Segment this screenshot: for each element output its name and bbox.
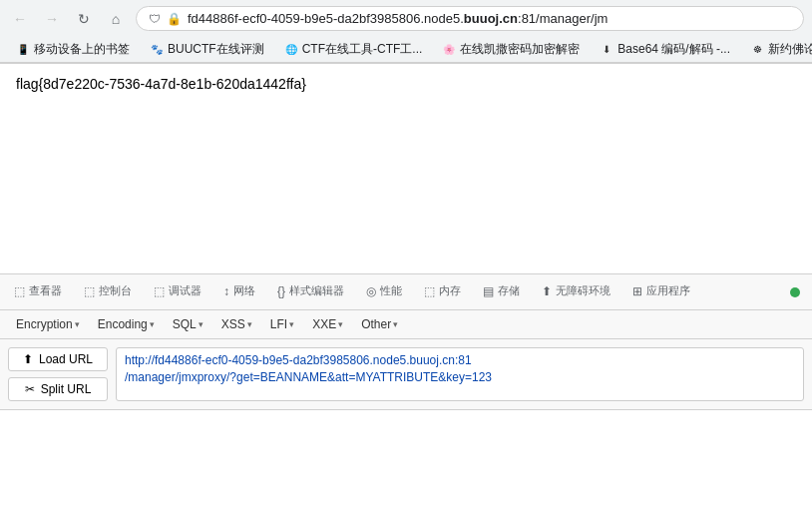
encoding-chevron: ▾ — [150, 319, 155, 329]
tab-storage[interactable]: ▤ 存储 — [473, 277, 530, 306]
style-editor-icon: {} — [277, 284, 285, 298]
bookmark-kaili-label: 在线凯撒密码加密解密 — [460, 41, 580, 58]
forward-button[interactable]: → — [40, 7, 64, 31]
app-icon: ⊞ — [632, 284, 642, 298]
inspector-icon: ⬚ — [14, 284, 25, 298]
accessibility-icon: ⬆ — [542, 284, 552, 298]
tab-style-editor[interactable]: {} 样式编辑器 — [267, 277, 354, 306]
hackbar-menu: Encryption ▾ Encoding ▾ SQL ▾ XSS ▾ LFI … — [0, 310, 812, 339]
devtools-tabs: ⬚ 查看器 ⬚ 控制台 ⬚ 调试器 ↕ 网络 {} 样式编辑器 ◎ 性能 ⬚ 内… — [0, 274, 812, 310]
tab-performance[interactable]: ◎ 性能 — [356, 277, 412, 306]
nav-bar: ← → ↻ ⌂ 🛡 🔒 fd44886f-ecf0-4059-b9e5-da2b… — [0, 0, 812, 37]
bookmarks-bar: 📱 移动设备上的书签 🐾 BUUCTF在线评测 🌐 CTF在线工具-CTF工..… — [0, 37, 812, 63]
devtools-panel: ⬚ 查看器 ⬚ 控制台 ⬚ 调试器 ↕ 网络 {} 样式编辑器 ◎ 性能 ⬚ 内… — [0, 273, 812, 310]
bookmark-buuctf-label: BUUCTF在线评测 — [168, 41, 264, 58]
hackbar: Encryption ▾ Encoding ▾ SQL ▾ XSS ▾ LFI … — [0, 310, 812, 410]
load-url-button[interactable]: ⬆ Load URL — [8, 347, 108, 371]
performance-icon: ◎ — [366, 284, 376, 298]
tab-memory-label: 内存 — [439, 283, 461, 298]
lock-icon: 🔒 — [167, 12, 182, 26]
xxe-chevron: ▾ — [338, 319, 343, 329]
lfi-chevron: ▾ — [289, 319, 294, 329]
tab-network-label: 网络 — [233, 283, 255, 298]
tab-console[interactable]: ⬚ 控制台 — [74, 277, 142, 306]
tab-app-label: 应用程序 — [646, 283, 690, 298]
bookmark-ctf[interactable]: 🌐 CTF在线工具-CTF工... — [276, 39, 431, 60]
bookmark-kaili[interactable]: 🌸 在线凯撒密码加密解密 — [434, 39, 588, 60]
hackbar-sql-label: SQL — [173, 317, 197, 331]
base64-icon: ⬇ — [600, 43, 613, 57]
tab-storage-label: 存储 — [498, 283, 520, 298]
hackbar-other[interactable]: Other ▾ — [353, 314, 406, 334]
address-bar[interactable]: 🛡 🔒 fd44886f-ecf0-4059-b9e5-da2bf3985806… — [136, 6, 804, 31]
tab-console-label: 控制台 — [99, 283, 132, 298]
console-icon: ⬚ — [84, 284, 95, 298]
split-url-button[interactable]: ✂ Split URL — [8, 377, 108, 401]
hackbar-url-input[interactable]: http://fd44886f-ecf0-4059-b9e5-da2bf3985… — [116, 347, 804, 401]
hackbar-buttons: ⬆ Load URL ✂ Split URL — [8, 347, 108, 401]
tab-inspector-label: 查看器 — [29, 283, 62, 298]
tab-memory[interactable]: ⬚ 内存 — [414, 277, 471, 306]
bookmark-base64[interactable]: ⬇ Base64 编码/解码 -... — [592, 39, 738, 60]
tab-inspector[interactable]: ⬚ 查看器 — [4, 277, 72, 306]
status-dot — [790, 287, 800, 297]
hackbar-encryption[interactable]: Encryption ▾ — [8, 314, 88, 334]
buddha-icon: ☸ — [750, 43, 764, 57]
home-button[interactable]: ⌂ — [104, 7, 128, 31]
address-bar-text: fd44886f-ecf0-4059-b9e5-da2bf3985806.nod… — [188, 11, 791, 26]
tab-style-editor-label: 样式编辑器 — [289, 283, 344, 298]
hackbar-encoding-label: Encoding — [98, 317, 148, 331]
hackbar-xxe[interactable]: XXE ▾ — [304, 314, 351, 334]
hackbar-actions: ⬆ Load URL ✂ Split URL http://fd44886f-e… — [0, 339, 812, 409]
browser-chrome: ← → ↻ ⌂ 🛡 🔒 fd44886f-ecf0-4059-b9e5-da2b… — [0, 0, 812, 64]
tab-accessibility[interactable]: ⬆ 无障碍环境 — [532, 277, 620, 306]
kaili-icon: 🌸 — [442, 43, 456, 57]
other-chevron: ▾ — [393, 319, 398, 329]
network-icon: ↕ — [223, 284, 229, 298]
tab-performance-label: 性能 — [380, 283, 402, 298]
hackbar-xxe-label: XXE — [312, 317, 336, 331]
buuctf-icon: 🐾 — [150, 43, 164, 57]
domain-bold: buuoj.cn — [464, 11, 518, 26]
tab-app[interactable]: ⊞ 应用程序 — [622, 277, 700, 306]
bookmark-mobile-label: 移动设备上的书签 — [34, 41, 130, 58]
split-url-icon: ✂ — [25, 382, 35, 396]
load-url-label: Load URL — [39, 352, 93, 366]
hackbar-encoding[interactable]: Encoding ▾ — [90, 314, 163, 334]
bookmark-base64-label: Base64 编码/解码 -... — [617, 41, 730, 58]
encryption-chevron: ▾ — [75, 319, 80, 329]
back-button[interactable]: ← — [8, 7, 32, 31]
bookmark-buddha[interactable]: ☸ 新约佛论禅 — [742, 39, 812, 60]
flag-text: flag{8d7e220c-7536-4a7d-8e1b-620da1442ff… — [16, 76, 796, 92]
debugger-icon: ⬚ — [154, 284, 165, 298]
hackbar-lfi[interactable]: LFI ▾ — [262, 314, 302, 334]
hackbar-url-area: http://fd44886f-ecf0-4059-b9e5-da2bf3985… — [116, 347, 804, 401]
split-url-label: Split URL — [41, 382, 92, 396]
storage-icon: ▤ — [483, 284, 494, 298]
main-content: flag{8d7e220c-7536-4a7d-8e1b-620da1442ff… — [0, 64, 812, 273]
bookmark-buuctf[interactable]: 🐾 BUUCTF在线评测 — [142, 39, 272, 60]
xss-chevron: ▾ — [247, 319, 252, 329]
hackbar-encryption-label: Encryption — [16, 317, 73, 331]
load-url-icon: ⬆ — [23, 352, 33, 366]
shield-icon: 🛡 — [149, 12, 161, 26]
tab-accessibility-label: 无障碍环境 — [556, 283, 610, 298]
hackbar-xss[interactable]: XSS ▾ — [213, 314, 260, 334]
hackbar-xss-label: XSS — [221, 317, 245, 331]
bookmark-ctf-label: CTF在线工具-CTF工... — [302, 41, 423, 58]
memory-icon: ⬚ — [424, 284, 435, 298]
bookmark-mobile[interactable]: 📱 移动设备上的书签 — [8, 39, 138, 60]
sql-chevron: ▾ — [199, 319, 203, 329]
mobile-icon: 📱 — [16, 43, 30, 57]
reload-button[interactable]: ↻ — [72, 7, 96, 31]
tab-network[interactable]: ↕ 网络 — [213, 277, 265, 306]
hackbar-lfi-label: LFI — [270, 317, 287, 331]
ctf-icon: 🌐 — [284, 43, 298, 57]
tab-debugger[interactable]: ⬚ 调试器 — [144, 277, 211, 306]
hackbar-sql[interactable]: SQL ▾ — [165, 314, 211, 334]
hackbar-other-label: Other — [361, 317, 391, 331]
tab-debugger-label: 调试器 — [169, 283, 202, 298]
bookmark-buddha-label: 新约佛论禅 — [768, 41, 812, 58]
